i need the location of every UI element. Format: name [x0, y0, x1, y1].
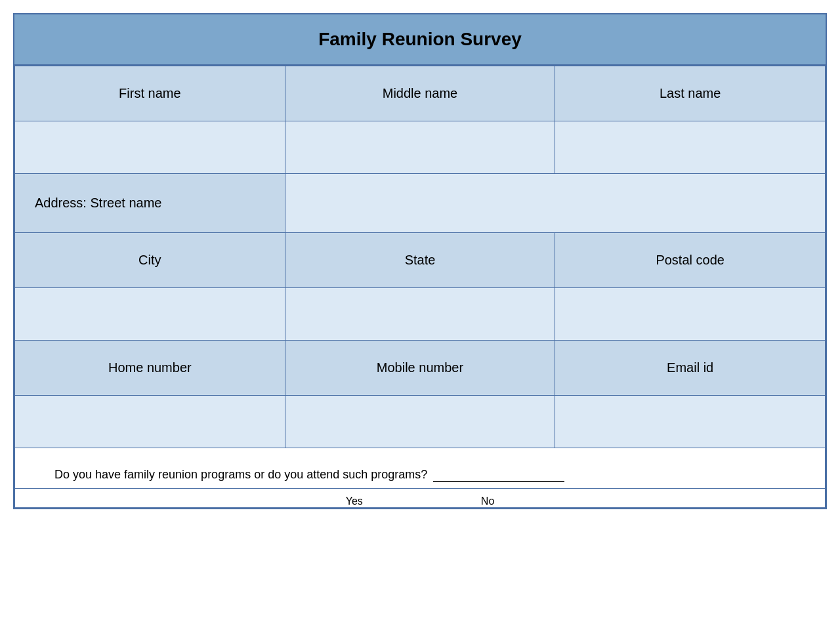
city-state-postal-label-row: City State Postal code	[15, 233, 826, 288]
question-text: Do you have family reunion programs or d…	[54, 468, 427, 481]
survey-title-row: Family Reunion Survey	[14, 14, 826, 66]
city-state-postal-input-row	[15, 288, 826, 341]
survey-table: First name Middle name Last name Address…	[14, 66, 826, 508]
email-id-label: Email id	[555, 341, 826, 396]
middle-name-input[interactable]	[285, 121, 555, 174]
state-label: State	[285, 233, 555, 288]
address-street-input[interactable]	[285, 174, 825, 233]
first-name-input[interactable]	[15, 121, 285, 174]
address-street-label: Address: Street name	[15, 174, 285, 233]
last-name-input[interactable]	[555, 121, 826, 174]
address-row: Address: Street name	[15, 174, 826, 233]
name-input-row	[15, 121, 826, 174]
phone-email-label-row: Home number Mobile number Email id	[15, 341, 826, 396]
question-cell: Do you have family reunion programs or d…	[15, 448, 826, 489]
survey-title: Family Reunion Survey	[318, 29, 522, 49]
mobile-number-input[interactable]	[285, 396, 555, 448]
phone-email-input-row	[15, 396, 826, 448]
question-row: Do you have family reunion programs or d…	[15, 448, 826, 489]
state-input[interactable]	[285, 288, 555, 341]
last-name-label: Last name	[555, 66, 826, 121]
survey-form: Family Reunion Survey First name Middle …	[13, 13, 827, 509]
home-number-input[interactable]	[15, 396, 285, 448]
city-label: City	[15, 233, 285, 288]
postal-code-input[interactable]	[555, 288, 826, 341]
city-input[interactable]	[15, 288, 285, 341]
middle-name-label: Middle name	[285, 66, 555, 121]
question-answer-line[interactable]	[433, 481, 564, 482]
yes-no-cell: Yes No	[15, 489, 826, 508]
postal-code-label: Postal code	[555, 233, 826, 288]
name-label-row: First name Middle name Last name	[15, 66, 826, 121]
no-option[interactable]: No	[481, 495, 494, 507]
yes-no-row: Yes No	[15, 489, 826, 508]
home-number-label: Home number	[15, 341, 285, 396]
email-id-input[interactable]	[555, 396, 826, 448]
mobile-number-label: Mobile number	[285, 341, 555, 396]
yes-option[interactable]: Yes	[346, 495, 363, 507]
yes-no-options: Yes No	[15, 489, 825, 507]
first-name-label: First name	[15, 66, 285, 121]
